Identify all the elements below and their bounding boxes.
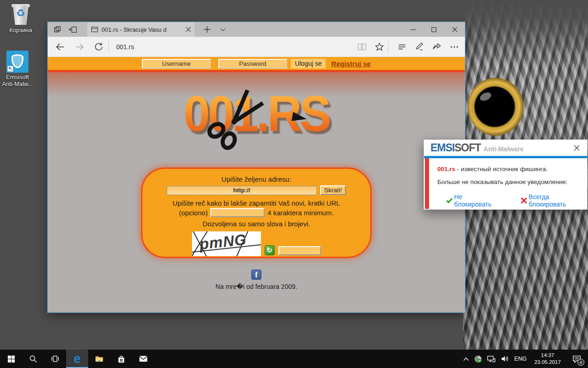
mail-envelope-icon [139,355,148,362]
recycle-bin-label: Корзина [1,27,40,34]
desktop-icon-recycle-bin[interactable]: ♻ Корзина [1,4,40,34]
facebook-icon[interactable]: f [251,270,261,280]
custom-word-input[interactable] [210,208,265,217]
captcha-refresh-icon[interactable]: ↻ [265,245,275,255]
address-label: Upišite željenu adresu: [142,175,370,183]
maximize-button[interactable] [424,22,444,37]
tray-emsisoft-icon[interactable] [471,350,484,368]
action-center-button[interactable]: 4 [566,350,587,368]
forward-icon[interactable] [70,37,89,57]
emsisoft-brand-part1: EMSI [430,142,454,154]
captcha-input[interactable] [278,246,321,255]
emsisoft-shield-icon [6,51,28,73]
notification-badge: 4 [577,359,584,366]
toolbar-divider [388,41,389,52]
taskbar-edge-button[interactable]: e [66,350,88,368]
tray-volume-icon[interactable] [498,350,512,368]
refresh-icon[interactable] [89,37,108,57]
more-options-icon[interactable] [446,37,463,57]
site-logo: 001.RS 001.RS [164,85,348,145]
clock-date: 23.05.2017 [534,359,561,366]
emsisoft-brand-part2: SOFT [454,142,481,154]
phishing-message: - известный источник фишинга. [457,166,548,172]
browser-tab-active[interactable]: 001.rs - Skracuje Vasu d [87,22,195,37]
task-view-button[interactable] [44,350,66,368]
popup-body: 001.rs - известный источник фишинга. Бол… [424,158,587,210]
store-bag-icon [117,355,125,363]
shorten-button[interactable]: Skrati! [320,185,346,195]
site-login-bar: Uloguj se Registruj se [48,57,465,70]
edge-browser-window: 001.rs - Skracuje Vasu d [47,22,465,313]
emsisoft-label-line1: Emsisoft [0,74,37,81]
language-indicator[interactable]: ENG [512,350,529,368]
web-note-pen-icon[interactable] [411,37,428,57]
emsisoft-label-line2: Anti-Malw... [0,81,37,88]
close-button[interactable] [444,22,465,37]
owl-eye [468,77,526,136]
emsisoft-brand-suffix: Anti-Malware [484,145,524,153]
page-favicon-icon [91,26,98,33]
hub-icon[interactable] [393,37,411,57]
tab-previews-icon[interactable] [50,22,65,37]
tab-bar: 001.rs - Skracuje Vasu d [48,22,465,37]
custom-word-hint: Upišite reč kako bi lakše zapamtiti Vaš … [142,199,370,207]
minimize-button[interactable] [403,22,424,37]
flagged-site: 001.rs [437,166,455,172]
store-button[interactable] [110,350,132,368]
tray-overflow-chevron-icon[interactable] [460,350,471,368]
webpage-001rs: Uloguj se Registruj se 001.RS 001.RS Upi… [48,57,465,312]
favorites-star-icon[interactable] [371,37,388,57]
recycle-symbol-icon: ♻ [10,8,32,18]
username-field[interactable] [142,59,211,69]
tab-list-chevron-icon[interactable] [215,22,231,37]
dont-show-message: Больше не показывать данное уведомление: [424,172,587,185]
shortcut-arrow-icon [7,66,13,72]
url-input[interactable] [167,186,317,195]
password-field[interactable] [218,59,287,69]
login-button[interactable]: Uloguj se [291,59,326,69]
cross-icon [520,197,526,204]
clock-time: 14:37 [541,352,554,359]
allowed-chars-note: Dozvoljena su samo slova i brojevi. [142,220,370,228]
popup-close-icon[interactable] [571,143,582,153]
allow-link[interactable]: Не блокировать [448,193,497,208]
file-explorer-button[interactable] [88,350,110,368]
tray-network-icon[interactable] [484,350,498,368]
back-icon[interactable] [51,37,70,57]
emsisoft-alert-popup: EMSI SOFT Anti-Malware 001.rs - известны… [424,139,588,210]
online-since-text: Na mre�i od februara 2009. [48,283,465,290]
mail-button[interactable] [132,350,154,368]
edge-icon: e [74,353,80,365]
captcha-image: pmNG [192,231,261,256]
taskbar: e [0,350,588,368]
set-tabs-aside-icon[interactable] [65,22,81,37]
reading-view-icon [353,37,371,57]
optional-label: (opciono) [179,209,208,217]
block-link[interactable]: Всегда блокировать [520,193,582,208]
new-tab-icon[interactable] [199,22,215,37]
desktop-icon-emsisoft[interactable]: Emsisoft Anti-Malw... [0,51,37,88]
popup-alert-bar [425,158,429,209]
tab-close-icon[interactable] [186,27,191,32]
register-link[interactable]: Registruj se [331,60,371,68]
min-chars-note: 4 karaktera minimum. [267,209,334,217]
folder-icon [95,355,104,363]
tab-title: 001.rs - Skracuje Vasu d [102,26,182,33]
share-icon[interactable] [428,37,446,57]
start-button[interactable] [0,350,22,368]
browser-toolbar: 001.rs [48,37,465,57]
taskbar-clock[interactable]: 14:37 23.05.2017 [529,350,566,368]
popup-header: EMSI SOFT Anti-Malware [424,140,587,156]
search-button[interactable] [22,350,44,368]
url-shortener-panel: Upišite željenu adresu: Skrati! Upišite … [141,167,372,258]
address-bar[interactable]: 001.rs [109,43,353,51]
check-icon [446,196,452,203]
recycle-bin-icon: ♻ [10,4,32,26]
